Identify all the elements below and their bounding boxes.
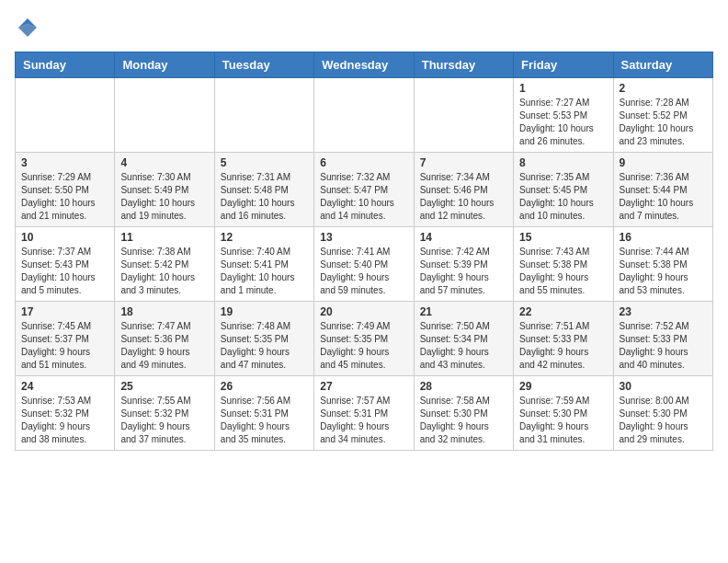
day-number: 4 bbox=[120, 156, 208, 169]
day-number: 21 bbox=[420, 305, 507, 318]
day-number: 27 bbox=[320, 380, 407, 393]
logo bbox=[15, 15, 44, 40]
calendar-cell: 12Sunrise: 7:40 AM Sunset: 5:41 PM Dayli… bbox=[214, 227, 313, 302]
calendar-cell bbox=[214, 78, 313, 153]
day-info: Sunrise: 7:42 AM Sunset: 5:39 PM Dayligh… bbox=[420, 246, 507, 297]
day-info: Sunrise: 7:37 AM Sunset: 5:43 PM Dayligh… bbox=[21, 246, 108, 297]
calendar-cell: 26Sunrise: 7:56 AM Sunset: 5:31 PM Dayli… bbox=[214, 376, 313, 451]
day-info: Sunrise: 7:44 AM Sunset: 5:38 PM Dayligh… bbox=[620, 246, 707, 297]
calendar-cell: 9Sunrise: 7:36 AM Sunset: 5:44 PM Daylig… bbox=[613, 153, 712, 227]
calendar-cell: 22Sunrise: 7:51 AM Sunset: 5:33 PM Dayli… bbox=[514, 302, 613, 376]
day-number: 7 bbox=[420, 156, 507, 169]
day-info: Sunrise: 7:59 AM Sunset: 5:30 PM Dayligh… bbox=[519, 395, 607, 446]
day-info: Sunrise: 7:36 AM Sunset: 5:44 PM Dayligh… bbox=[620, 171, 707, 223]
day-number: 1 bbox=[519, 82, 607, 95]
day-number: 17 bbox=[21, 305, 108, 318]
day-info: Sunrise: 7:28 AM Sunset: 5:52 PM Dayligh… bbox=[620, 97, 707, 148]
weekday-header-friday: Friday bbox=[514, 52, 613, 78]
calendar-cell: 18Sunrise: 7:47 AM Sunset: 5:36 PM Dayli… bbox=[115, 302, 214, 376]
logo-icon bbox=[15, 15, 40, 40]
week-row-1: 1Sunrise: 7:27 AM Sunset: 5:53 PM Daylig… bbox=[16, 78, 713, 153]
calendar-cell: 4Sunrise: 7:30 AM Sunset: 5:49 PM Daylig… bbox=[115, 153, 214, 227]
calendar-cell: 15Sunrise: 7:43 AM Sunset: 5:38 PM Dayli… bbox=[514, 227, 613, 302]
day-info: Sunrise: 7:30 AM Sunset: 5:49 PM Dayligh… bbox=[120, 171, 208, 223]
calendar-cell: 2Sunrise: 7:28 AM Sunset: 5:52 PM Daylig… bbox=[613, 78, 712, 153]
day-number: 25 bbox=[120, 380, 208, 393]
day-number: 30 bbox=[620, 380, 707, 393]
day-number: 18 bbox=[120, 305, 208, 318]
day-number: 23 bbox=[620, 305, 707, 318]
day-info: Sunrise: 7:58 AM Sunset: 5:30 PM Dayligh… bbox=[420, 395, 507, 446]
week-row-3: 10Sunrise: 7:37 AM Sunset: 5:43 PM Dayli… bbox=[16, 227, 713, 302]
day-info: Sunrise: 7:51 AM Sunset: 5:33 PM Dayligh… bbox=[519, 320, 607, 372]
day-info: Sunrise: 7:52 AM Sunset: 5:33 PM Dayligh… bbox=[620, 320, 707, 372]
day-info: Sunrise: 7:57 AM Sunset: 5:31 PM Dayligh… bbox=[320, 395, 407, 446]
day-number: 8 bbox=[519, 156, 607, 169]
day-info: Sunrise: 7:35 AM Sunset: 5:45 PM Dayligh… bbox=[519, 171, 607, 223]
day-info: Sunrise: 7:48 AM Sunset: 5:35 PM Dayligh… bbox=[221, 320, 308, 372]
calendar-cell: 14Sunrise: 7:42 AM Sunset: 5:39 PM Dayli… bbox=[414, 227, 513, 302]
day-number: 11 bbox=[120, 231, 208, 244]
day-info: Sunrise: 7:31 AM Sunset: 5:48 PM Dayligh… bbox=[221, 171, 308, 223]
day-info: Sunrise: 7:43 AM Sunset: 5:38 PM Dayligh… bbox=[519, 246, 607, 297]
day-number: 10 bbox=[21, 231, 108, 244]
calendar-cell: 28Sunrise: 7:58 AM Sunset: 5:30 PM Dayli… bbox=[414, 376, 513, 451]
day-info: Sunrise: 7:47 AM Sunset: 5:36 PM Dayligh… bbox=[120, 320, 208, 372]
calendar-cell: 29Sunrise: 7:59 AM Sunset: 5:30 PM Dayli… bbox=[514, 376, 613, 451]
day-number: 16 bbox=[620, 231, 707, 244]
day-info: Sunrise: 7:38 AM Sunset: 5:42 PM Dayligh… bbox=[120, 246, 208, 297]
calendar-cell: 27Sunrise: 7:57 AM Sunset: 5:31 PM Dayli… bbox=[314, 376, 414, 451]
calendar-cell: 17Sunrise: 7:45 AM Sunset: 5:37 PM Dayli… bbox=[16, 302, 115, 376]
calendar-cell: 25Sunrise: 7:55 AM Sunset: 5:32 PM Dayli… bbox=[115, 376, 214, 451]
weekday-header-wednesday: Wednesday bbox=[314, 52, 414, 78]
week-row-2: 3Sunrise: 7:29 AM Sunset: 5:50 PM Daylig… bbox=[16, 153, 713, 227]
day-number: 2 bbox=[620, 82, 707, 95]
calendar-cell: 13Sunrise: 7:41 AM Sunset: 5:40 PM Dayli… bbox=[314, 227, 414, 302]
weekday-header-thursday: Thursday bbox=[414, 52, 513, 78]
calendar-table: SundayMondayTuesdayWednesdayThursdayFrid… bbox=[15, 52, 713, 451]
day-number: 3 bbox=[21, 156, 108, 169]
day-number: 13 bbox=[320, 231, 407, 244]
page-header bbox=[15, 15, 713, 40]
calendar-cell: 6Sunrise: 7:32 AM Sunset: 5:47 PM Daylig… bbox=[314, 153, 414, 227]
weekday-header-tuesday: Tuesday bbox=[214, 52, 313, 78]
day-info: Sunrise: 7:34 AM Sunset: 5:46 PM Dayligh… bbox=[420, 171, 507, 223]
day-number: 12 bbox=[221, 231, 308, 244]
calendar-cell: 1Sunrise: 7:27 AM Sunset: 5:53 PM Daylig… bbox=[514, 78, 613, 153]
day-info: Sunrise: 7:41 AM Sunset: 5:40 PM Dayligh… bbox=[320, 246, 407, 297]
day-info: Sunrise: 8:00 AM Sunset: 5:30 PM Dayligh… bbox=[620, 395, 707, 446]
calendar-cell: 30Sunrise: 8:00 AM Sunset: 5:30 PM Dayli… bbox=[613, 376, 712, 451]
calendar-cell: 23Sunrise: 7:52 AM Sunset: 5:33 PM Dayli… bbox=[613, 302, 712, 376]
weekday-header-monday: Monday bbox=[115, 52, 214, 78]
day-info: Sunrise: 7:53 AM Sunset: 5:32 PM Dayligh… bbox=[21, 395, 108, 446]
calendar-cell: 21Sunrise: 7:50 AM Sunset: 5:34 PM Dayli… bbox=[414, 302, 513, 376]
day-info: Sunrise: 7:50 AM Sunset: 5:34 PM Dayligh… bbox=[420, 320, 507, 372]
day-number: 29 bbox=[519, 380, 607, 393]
day-info: Sunrise: 7:55 AM Sunset: 5:32 PM Dayligh… bbox=[120, 395, 208, 446]
calendar-cell: 8Sunrise: 7:35 AM Sunset: 5:45 PM Daylig… bbox=[514, 153, 613, 227]
day-number: 22 bbox=[519, 305, 607, 318]
day-info: Sunrise: 7:29 AM Sunset: 5:50 PM Dayligh… bbox=[21, 171, 108, 223]
calendar-cell bbox=[314, 78, 414, 153]
calendar-cell: 10Sunrise: 7:37 AM Sunset: 5:43 PM Dayli… bbox=[16, 227, 115, 302]
day-number: 6 bbox=[320, 156, 407, 169]
calendar-cell bbox=[16, 78, 115, 153]
day-number: 28 bbox=[420, 380, 507, 393]
week-row-4: 17Sunrise: 7:45 AM Sunset: 5:37 PM Dayli… bbox=[16, 302, 713, 376]
day-number: 19 bbox=[221, 305, 308, 318]
calendar-cell: 24Sunrise: 7:53 AM Sunset: 5:32 PM Dayli… bbox=[16, 376, 115, 451]
day-info: Sunrise: 7:49 AM Sunset: 5:35 PM Dayligh… bbox=[320, 320, 407, 372]
calendar-cell: 19Sunrise: 7:48 AM Sunset: 5:35 PM Dayli… bbox=[214, 302, 313, 376]
calendar-cell bbox=[115, 78, 214, 153]
day-number: 5 bbox=[221, 156, 308, 169]
day-info: Sunrise: 7:32 AM Sunset: 5:47 PM Dayligh… bbox=[320, 171, 407, 223]
calendar-cell: 3Sunrise: 7:29 AM Sunset: 5:50 PM Daylig… bbox=[16, 153, 115, 227]
day-info: Sunrise: 7:27 AM Sunset: 5:53 PM Dayligh… bbox=[519, 97, 607, 148]
calendar-cell: 20Sunrise: 7:49 AM Sunset: 5:35 PM Dayli… bbox=[314, 302, 414, 376]
day-number: 15 bbox=[519, 231, 607, 244]
day-info: Sunrise: 7:45 AM Sunset: 5:37 PM Dayligh… bbox=[21, 320, 108, 372]
week-row-5: 24Sunrise: 7:53 AM Sunset: 5:32 PM Dayli… bbox=[16, 376, 713, 451]
day-info: Sunrise: 7:40 AM Sunset: 5:41 PM Dayligh… bbox=[221, 246, 308, 297]
day-number: 24 bbox=[21, 380, 108, 393]
day-info: Sunrise: 7:56 AM Sunset: 5:31 PM Dayligh… bbox=[221, 395, 308, 446]
